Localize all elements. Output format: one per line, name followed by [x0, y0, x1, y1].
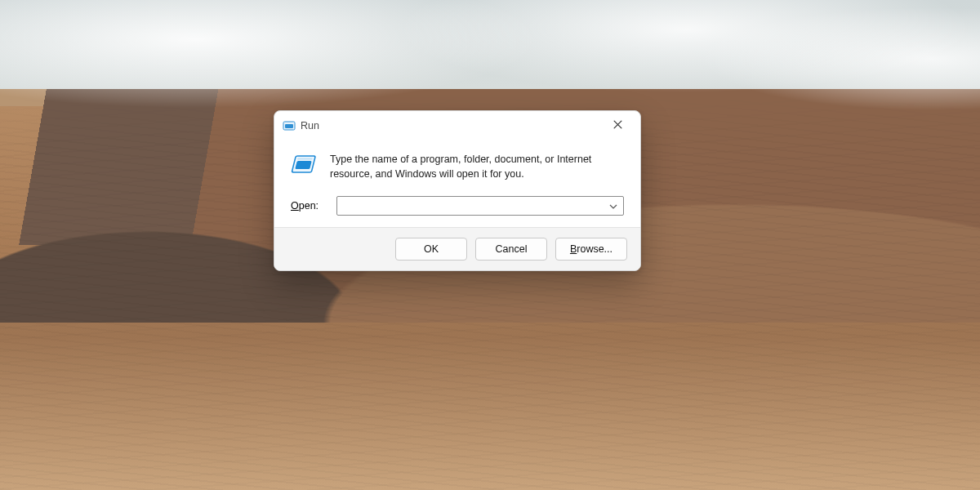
cancel-button[interactable]: Cancel: [475, 238, 547, 261]
dialog-footer: OK Cancel Browse...: [274, 227, 640, 270]
desktop-wallpaper: Run Type the: [0, 0, 980, 490]
svg-rect-4: [297, 158, 312, 160]
open-input[interactable]: [337, 197, 623, 215]
open-label: Open:: [291, 200, 328, 212]
svg-rect-1: [285, 124, 293, 128]
run-body-icon: [291, 152, 318, 178]
close-button[interactable]: [599, 114, 635, 138]
dialog-title: Run: [301, 120, 319, 131]
close-icon: [613, 120, 622, 131]
ok-button-label: OK: [424, 243, 439, 255]
dialog-body: Type the name of a program, folder, docu…: [274, 140, 640, 227]
dialog-description: Type the name of a program, folder, docu…: [330, 152, 624, 181]
cancel-button-label: Cancel: [496, 243, 528, 255]
ok-button[interactable]: OK: [395, 238, 467, 261]
open-combobox[interactable]: [336, 196, 624, 216]
run-dialog: Run Type the: [274, 110, 641, 271]
run-title-icon: [283, 119, 296, 132]
browse-button[interactable]: Browse...: [555, 238, 627, 261]
titlebar[interactable]: Run: [274, 111, 640, 140]
svg-rect-3: [295, 161, 311, 169]
browse-button-label: Browse...: [570, 243, 612, 255]
combobox-dropdown-button[interactable]: [607, 197, 620, 215]
chevron-down-icon: [609, 200, 617, 212]
